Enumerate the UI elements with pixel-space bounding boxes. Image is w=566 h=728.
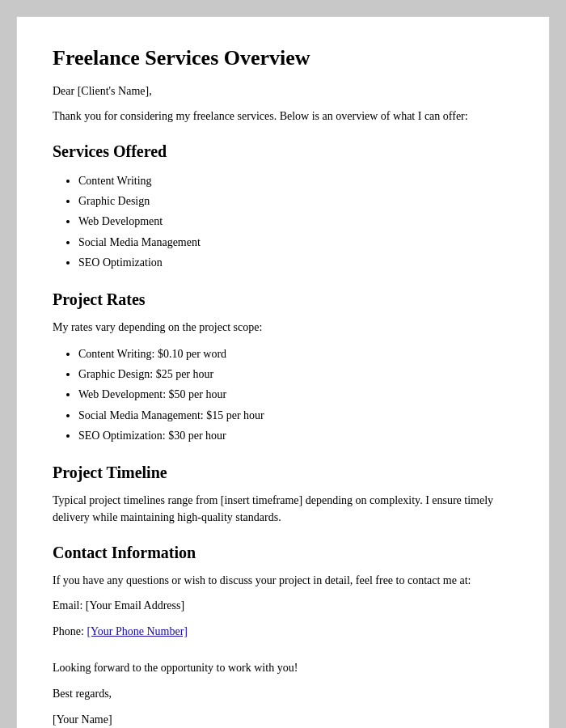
document-title: Freelance Services Overview [53,46,513,70]
list-item: Web Development [78,211,513,231]
section-project-timeline: Project Timeline Typical project timelin… [53,463,513,526]
email-line: Email: [Your Email Address] [53,597,513,615]
list-item: SEO Optimization [78,252,513,273]
heading-contact-information: Contact Information [53,544,513,562]
list-item: SEO Optimization: $30 per hour [78,425,513,446]
section-project-rates: Project Rates My rates vary depending on… [53,290,513,446]
list-item: Social Media Management [78,232,513,252]
list-item: Graphic Design: $25 per hour [78,364,513,384]
email-label-text: Email: [Your Email Address] [53,599,184,612]
heading-project-timeline: Project Timeline [53,463,513,482]
heading-services-offered: Services Offered [53,142,513,161]
section-services-offered: Services Offered Content Writing Graphic… [53,142,513,273]
phone-line: Phone: [Your Phone Number] [53,623,513,641]
rates-intro-text: My rates vary depending on the project s… [53,319,513,336]
rates-list: Content Writing: $0.10 per word Graphic … [78,344,513,446]
phone-label-text: Phone: [53,625,87,637]
list-item: Content Writing [78,171,513,191]
intro-paragraph: Thank you for considering my freelance s… [53,108,513,125]
heading-project-rates: Project Rates [53,290,513,309]
list-item: Web Development: $50 per hour [78,384,513,404]
closing-line3: [Your Name] [53,711,513,728]
list-item: Content Writing: $0.10 per word [78,344,513,364]
closing-line1: Looking forward to the opportunity to wo… [53,659,513,677]
closing-line2: Best regards, [53,685,513,703]
list-item: Social Media Management: $15 per hour [78,405,513,425]
contact-intro-text: If you have any questions or wish to dis… [53,572,513,589]
services-list: Content Writing Graphic Design Web Devel… [78,171,513,273]
section-contact-information: Contact Information If you have any ques… [53,544,513,641]
phone-value-text: [Your Phone Number] [87,625,188,637]
document-container: Freelance Services Overview Dear [Client… [16,16,550,728]
salutation-text: Dear [Client's Name], [53,85,513,98]
timeline-body-text: Typical project timelines range from [in… [53,492,513,526]
list-item: Graphic Design [78,191,513,211]
